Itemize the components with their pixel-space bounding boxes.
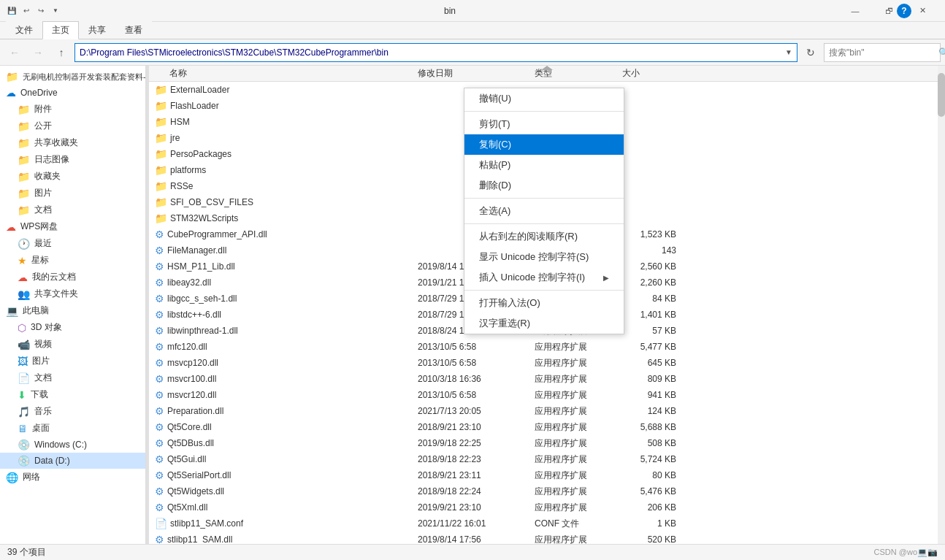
sidebar-item-documents[interactable]: 📁 文档 — [0, 202, 145, 218]
ctx-paste[interactable]: 粘贴(P) — [464, 155, 624, 175]
dll-icon: ⚙ — [155, 341, 164, 353]
col-header-name[interactable]: 名称 — [149, 66, 412, 81]
sidebar-item-pictures[interactable]: 📁 图片 — [0, 185, 145, 202]
file-row[interactable]: ⚙Preparation.dll 2021/7/13 20:05应用程序扩展12… — [149, 403, 945, 419]
dll-icon: ⚙ — [155, 229, 164, 240]
file-row[interactable]: 📄stlibp11_SAM.conf 2021/11/22 16:01CONF … — [149, 515, 945, 532]
ctx-cut[interactable]: 剪切(T) — [464, 114, 624, 134]
sidebar-item-onedrive[interactable]: ☁ OneDrive — [0, 85, 145, 101]
tab-home[interactable]: 主页 — [42, 21, 79, 39]
ribbon-tabs: 文件 主页 共享 查看 — [0, 22, 945, 39]
sidebar-item-my-docs[interactable]: ☁ 我的云文档 — [0, 269, 145, 285]
ctx-insert-unicode-label: 插入 Unicode 控制字符(I) — [479, 271, 585, 284]
sidebar-item-this-pc[interactable]: 💻 此电脑 — [0, 302, 145, 319]
up-button[interactable]: ↑ — [51, 42, 72, 63]
tab-file[interactable]: 文件 — [6, 21, 42, 39]
sidebar-item-network[interactable]: 🌐 网络 — [0, 469, 145, 486]
undo-icon[interactable]: ↩ — [20, 5, 32, 17]
forward-button[interactable]: → — [28, 42, 48, 63]
file-row[interactable]: ⚙Qt5Widgets.dll 2018/9/18 22:24应用程序扩展5,4… — [149, 483, 945, 499]
sidebar-item-shared-files[interactable]: 👥 共享文件夹 — [0, 285, 145, 302]
ctx-rtl[interactable]: 从右到左的阅读顺序(R) — [464, 226, 624, 247]
file-row[interactable]: ⚙Qt5SerialPort.dll 2018/9/21 23:11应用程序扩展… — [149, 467, 945, 483]
tab-share[interactable]: 共享 — [79, 21, 115, 39]
recent-icon: 🕐 — [18, 238, 30, 250]
ctx-open-ime[interactable]: 打开输入法(O) — [464, 293, 624, 313]
ctx-undo[interactable]: 撤销(U) — [464, 88, 624, 109]
redo-icon[interactable]: ↪ — [35, 5, 47, 17]
sidebar-item-starred[interactable]: ★ 星标 — [0, 252, 145, 269]
ctx-copy[interactable]: 复制(C) — [464, 134, 624, 155]
sidebar-item-drive-d[interactable]: 💿 Data (D:) — [0, 453, 145, 469]
dll-icon: ⚙ — [155, 453, 164, 465]
help-icon[interactable]: ? — [897, 4, 911, 18]
sidebar-item-videos[interactable]: 📹 视频 — [0, 336, 145, 353]
sidebar-item-drive-c[interactable]: 💿 Windows (C:) — [0, 437, 145, 453]
wps-icon: ☁ — [6, 221, 16, 233]
file-row[interactable]: ⚙Qt5Gui.dll 2018/9/18 22:23应用程序扩展5,724 K… — [149, 451, 945, 467]
sidebar-label: 我的云文档 — [32, 271, 76, 283]
sidebar-item-3d[interactable]: ⬡ 3D 对象 — [0, 319, 145, 336]
status-bar: 39 个项目 CSDN @wo💻📷 — [0, 544, 945, 560]
col-header-size[interactable]: 大小 — [616, 66, 689, 81]
sidebar-item-desktop[interactable]: 🖥 桌面 — [0, 420, 145, 437]
sidebar-item-shared-collections[interactable]: 📁 共享收藏夹 — [0, 134, 145, 151]
sidebar-item-pics2[interactable]: 🖼 图片 — [0, 353, 145, 369]
back-button[interactable]: ← — [4, 42, 25, 63]
address-dropdown-icon[interactable]: ▼ — [785, 48, 792, 56]
ctx-delete[interactable]: 删除(D) — [464, 175, 624, 196]
context-menu: 撤销(U) 剪切(T) 复制(C) 粘贴(P) 删除(D) 全选(A) 从右到左… — [464, 88, 624, 334]
file-row[interactable]: ⚙msvcp120.dll 2013/10/5 6:58应用程序扩展645 KB — [149, 355, 945, 371]
file-row[interactable]: ⚙Qt5DBus.dll 2019/9/18 22:25应用程序扩展508 KB — [149, 435, 945, 451]
window-controls: — 🗗 ✕ — [838, 0, 939, 22]
sidebar-item-materials[interactable]: 📁 无刷电机控制器开发套装配套资料-发出 — [0, 69, 145, 85]
tab-view[interactable]: 查看 — [115, 21, 152, 39]
refresh-button[interactable]: ↻ — [800, 42, 821, 63]
file-row[interactable]: ⚙msvcr100.dll 2010/3/18 16:36应用程序扩展809 K… — [149, 371, 945, 387]
search-input[interactable] — [829, 47, 938, 58]
sidebar-item-diary[interactable]: 📁 日志图像 — [0, 151, 145, 168]
dll-icon: ⚙ — [155, 373, 164, 385]
dll-icon: ⚙ — [155, 245, 164, 256]
dropdown-icon[interactable]: ▼ — [50, 5, 61, 17]
file-row[interactable]: ⚙msvcr120.dll 2013/10/5 6:58应用程序扩展941 KB — [149, 387, 945, 403]
shared-folder-icon: 👥 — [18, 288, 30, 300]
sidebar-label: 桌面 — [32, 422, 50, 434]
file-row[interactable]: ⚙Qt5Xml.dll 2019/9/21 23:10应用程序扩展206 KB — [149, 499, 945, 515]
ctx-show-unicode[interactable]: 显示 Unicode 控制字符(S) — [464, 247, 624, 267]
save-icon[interactable]: 💾 — [6, 5, 18, 17]
minimize-button[interactable]: — — [838, 0, 872, 22]
video-icon: 📹 — [18, 339, 30, 350]
sidebar-label: 视频 — [34, 338, 52, 350]
ctx-select-all[interactable]: 全选(A) — [464, 201, 624, 221]
folder-icon: 📁 — [18, 120, 30, 132]
sidebar-item-recent[interactable]: 🕐 最近 — [0, 235, 145, 252]
sidebar: 📁 无刷电机控制器开发套装配套资料-发出 ☁ OneDrive 📁 附件 📁 公… — [0, 66, 146, 544]
sidebar-label: 图片 — [32, 355, 50, 367]
sidebar-item-wps[interactable]: ☁ WPS网盘 — [0, 218, 145, 235]
star-icon: ★ — [18, 255, 27, 266]
file-row[interactable]: ⚙mfc120.dll 2013/10/5 6:58应用程序扩展5,477 KB — [149, 339, 945, 355]
file-row[interactable]: ⚙stlibp11_SAM.dll 2019/8/14 17:56应用程序扩展5… — [149, 532, 945, 544]
col-header-date[interactable]: 修改日期 — [412, 66, 529, 81]
dll-icon: ⚙ — [155, 405, 164, 417]
address-bar[interactable]: ▼ — [74, 43, 797, 62]
sidebar-item-favorites[interactable]: 📁 收藏夹 — [0, 168, 145, 185]
dll-icon: ⚙ — [155, 421, 164, 433]
picture-icon: 🖼 — [18, 356, 28, 367]
dll-icon: ⚙ — [155, 469, 164, 481]
sidebar-item-downloads[interactable]: ⬇ 下载 — [0, 386, 145, 403]
folder-icon: 📁 — [155, 148, 167, 160]
sidebar-item-attachments[interactable]: 📁 附件 — [0, 101, 145, 118]
address-input[interactable] — [80, 47, 782, 58]
search-box[interactable]: 🔍 — [824, 43, 941, 62]
scrollbar[interactable] — [938, 66, 945, 544]
sidebar-item-music[interactable]: 🎵 音乐 — [0, 403, 145, 420]
sidebar-item-public[interactable]: 📁 公开 — [0, 118, 145, 134]
file-row[interactable]: ⚙Qt5Core.dll 2018/9/21 23:10应用程序扩展5,688 … — [149, 419, 945, 435]
ctx-insert-unicode[interactable]: 插入 Unicode 控制字符(I) ▶ — [464, 267, 624, 288]
sidebar-item-docs2[interactable]: 📄 文档 — [0, 369, 145, 386]
folder-icon: 📁 — [18, 171, 30, 183]
ctx-hanzi-reselect[interactable]: 汉字重选(R) — [464, 313, 624, 334]
title-bar: 💾 ↩ ↪ ▼ bin — 🗗 ✕ ? — [0, 0, 945, 22]
